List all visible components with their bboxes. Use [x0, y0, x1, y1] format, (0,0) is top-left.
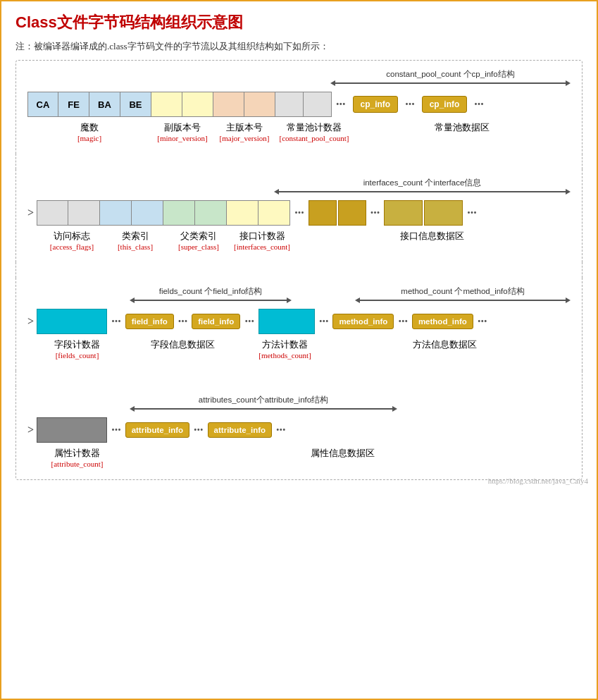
byte-icount2	[258, 200, 290, 226]
s3-arrow-indicator: >	[27, 315, 34, 328]
byte-methods-count	[258, 309, 315, 334]
dots1: ···	[332, 97, 350, 112]
s1-labels-row: 魔数 [magic] 副版本号 [minor_version] 主版本号 [ma…	[27, 121, 571, 142]
interface-info-blocks2	[384, 200, 463, 226]
cp-arrow: constant_pool_count 个cp_info结构	[330, 69, 571, 86]
label-methods-count: 方法计数器 [methods_count]	[251, 338, 318, 360]
attribute-info-1: attribute_info	[125, 422, 189, 438]
byte-BA: BA	[89, 92, 120, 117]
label-this-class: 类索引 [this_class]	[104, 230, 167, 251]
dots3: ···	[470, 97, 488, 112]
iface-blk2	[338, 200, 366, 226]
connector-2-3	[15, 262, 583, 278]
byte-access1	[37, 200, 68, 226]
label-constant-pool-data: 常量池数据区	[353, 121, 571, 134]
method-info-2: method_info	[412, 314, 473, 329]
label-attr-data: 属性信息数据区	[114, 447, 571, 460]
label-interface-data: 接口信息数据区	[294, 230, 571, 242]
dots-s3-2: ···	[174, 314, 192, 329]
field-info-1: field_info	[125, 314, 174, 329]
label-magic: 魔数 [magic]	[27, 121, 151, 142]
methods-arrow: method_count 个method_info结构	[355, 286, 571, 303]
s4-bytes-row: > ··· attribute_info ··· attribute_info …	[27, 417, 571, 443]
label-attr-count: 属性计数器 [attribute_count]	[40, 447, 114, 468]
dots-s3-1: ···	[107, 314, 125, 329]
watermark: https://blog.csdn.net/java_Caiy4	[488, 477, 588, 485]
s3-arrows-row: fields_count 个field_info结构 method_count …	[27, 286, 571, 305]
s2-bytes-row: > ··· ···	[27, 200, 571, 226]
dots-s3-4: ···	[315, 314, 333, 329]
section2-box: interfaces_count 个interface信息 >	[15, 169, 583, 262]
byte-cpc1	[275, 92, 304, 117]
field-info-2: field_info	[192, 314, 240, 329]
s1-bytes-row: CA FE BA BE ··· cp_info ··· cp_info ···	[27, 92, 571, 117]
s3-labels-row: 字段计数器 [fields_count] 字段信息数据区 方法计数器 [meth…	[27, 338, 571, 360]
byte-super1	[163, 200, 195, 226]
label-constant-pool-count: 常量池计数器 [constant_pool_count]	[275, 121, 353, 142]
dots-s2-1: ···	[290, 206, 309, 221]
byte-FE: FE	[58, 92, 89, 117]
label-fields-count: 字段计数器 [fields_count]	[40, 338, 114, 360]
interfaces-arrow-label: interfaces_count 个interface信息	[363, 178, 482, 188]
dots-s2-3: ···	[463, 206, 481, 221]
dots-s4-1: ···	[107, 423, 125, 438]
iface-blk4	[424, 200, 463, 226]
byte-access2	[68, 200, 100, 226]
byte-minor2	[182, 92, 213, 117]
label-access-flags: 访问标志 [access_flags]	[40, 230, 104, 251]
attributes-arrow-label: attributes_count个attribute_info结构	[199, 395, 328, 405]
byte-major1	[213, 92, 244, 117]
cp-info-block-2: cp_info	[422, 96, 468, 113]
interface-info-blocks	[309, 200, 366, 226]
attribute-info-2: attribute_info	[208, 422, 272, 438]
byte-CA: CA	[27, 92, 58, 117]
page-note: 注：被编译器编译成的.class字节码文件的字节流以及其组织结构如下如所示：	[15, 40, 583, 53]
dots-s3-5: ···	[394, 314, 412, 329]
byte-BE: BE	[120, 92, 151, 117]
byte-icount1	[227, 200, 258, 226]
byte-this2	[132, 200, 163, 226]
connector-3-4	[15, 371, 583, 386]
s3-bytes-row: > ··· field_info ··· field_info ··· ···	[27, 309, 571, 334]
byte-this1	[100, 200, 132, 226]
methods-arrow-label: method_count 个method_info结构	[401, 286, 524, 297]
cp-info-block-1: cp_info	[353, 96, 399, 113]
dots-s4-3: ···	[272, 423, 290, 438]
label-super-class: 父类索引 [super_class]	[167, 230, 230, 251]
cp-arrow-label: constant_pool_count 个cp_info结构	[386, 69, 514, 80]
label-methods-data: 方法信息数据区	[318, 338, 571, 351]
section1-box: constant_pool_count 个cp_info结构 CA FE BA …	[15, 60, 583, 154]
dots-s3-3: ···	[240, 314, 258, 329]
dots-s2-2: ···	[366, 206, 385, 221]
s2-labels-row: 访问标志 [access_flags] 类索引 [this_class] 父类索…	[27, 230, 571, 251]
byte-fields-count	[37, 309, 107, 334]
section4-box: attributes_count个attribute_info结构 > ···	[15, 386, 583, 480]
connector-1-2	[15, 154, 583, 169]
byte-major2	[244, 92, 275, 117]
fields-arrow-label: fields_count 个field_info结构	[159, 286, 263, 297]
method-info-1: method_info	[332, 314, 394, 329]
dots-s3-6: ···	[473, 314, 492, 329]
dots-s4-2: ···	[189, 423, 208, 438]
page-container: Class文件字节码结构组织示意图 注：被编译器编译成的.class字节码文件的…	[1, 1, 597, 491]
fields-arrow: fields_count 个field_info结构	[130, 286, 292, 303]
interfaces-arrow: interfaces_count 个interface信息	[274, 178, 571, 195]
iface-blk1	[309, 200, 337, 226]
byte-attr-count	[37, 417, 107, 443]
byte-cpc2	[304, 92, 332, 117]
label-major-version: 主版本号 [major_version]	[213, 121, 275, 142]
attributes-arrow: attributes_count个attribute_info结构	[130, 395, 397, 412]
section3-box: fields_count 个field_info结构 method_count …	[15, 278, 583, 371]
label-interfaces-count: 接口计数器 [interfaces_count]	[230, 230, 294, 251]
s2-arrow-indicator: >	[27, 207, 34, 219]
label-fields-data: 字段信息数据区	[114, 338, 251, 351]
dots2: ···	[401, 97, 419, 112]
s4-labels-row: 属性计数器 [attribute_count] 属性信息数据区	[27, 447, 571, 468]
s4-arrow-indicator: >	[27, 424, 34, 436]
page-title: Class文件字节码结构组织示意图	[15, 12, 583, 33]
byte-minor1	[151, 92, 182, 117]
label-minor-version: 副版本号 [minor_version]	[151, 121, 213, 142]
iface-blk3	[384, 200, 423, 226]
byte-super2	[195, 200, 227, 226]
